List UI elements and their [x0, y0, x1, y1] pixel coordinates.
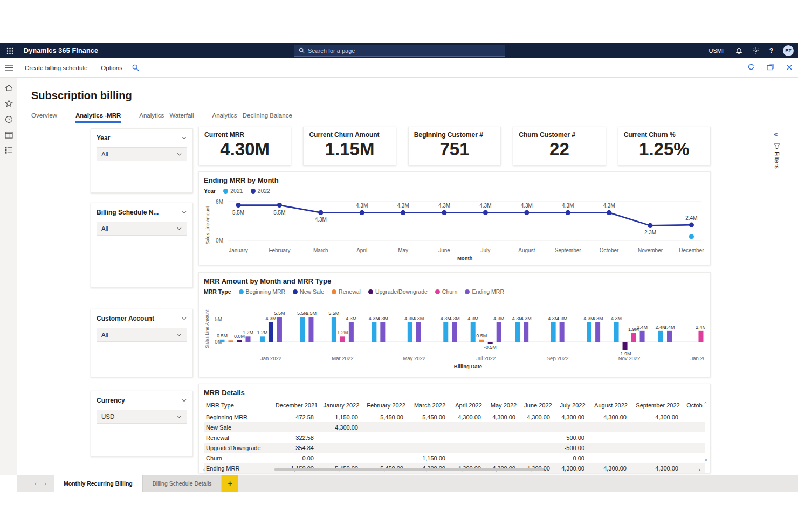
bar-chart-legend: MRR TypeBeginning MRRNew SaleRenewalUpgr… — [204, 288, 705, 295]
sheet-tab-arrows: ‹ › — [17, 475, 54, 492]
svg-text:4.3M: 4.3M — [479, 203, 491, 209]
sheet-tab-monthly-recurring-billing[interactable]: Monthly Recurring Billing — [54, 475, 143, 492]
chevron-down-icon[interactable] — [181, 209, 187, 216]
refresh-icon[interactable] — [747, 63, 755, 73]
table-row[interactable]: Churn0.001,150.000.00 — [204, 453, 705, 463]
legend-item-ending-mrr[interactable]: Ending MRR — [465, 288, 504, 295]
table-col-header[interactable]: April 2022 — [451, 399, 486, 412]
workspaces-icon[interactable] — [5, 132, 13, 139]
global-search-box[interactable]: Search for a page — [294, 45, 505, 57]
create-billing-schedule-button[interactable]: Create billing schedule — [18, 58, 94, 77]
table-row[interactable]: Renewal322.58500.00 — [204, 432, 705, 443]
chevron-down-icon[interactable] — [181, 397, 187, 404]
table-col-header[interactable]: September 2022 — [632, 399, 684, 412]
legend-dot-icon — [223, 189, 228, 194]
line-chart[interactable]: 0M6MSales Line Amount5.5M5.5M4.3M4.3M4.3… — [204, 194, 705, 264]
table-col-header[interactable]: January 2022 — [319, 399, 363, 412]
slicer-dropdown[interactable]: All — [97, 147, 187, 161]
table-scroll-up-icon[interactable]: ⌃ — [703, 402, 707, 407]
top-navigation-bar: Dynamics 365 Finance Search for a page U… — [0, 43, 798, 58]
open-in-new-window-icon[interactable] — [767, 63, 774, 73]
table-col-header[interactable]: March 2022 — [409, 399, 451, 412]
kpi-value: 22 — [519, 139, 600, 160]
waffle-menu-icon[interactable] — [0, 43, 19, 58]
table-col-header[interactable]: MRR Type — [204, 399, 274, 412]
search-icon — [299, 47, 305, 54]
table-col-header[interactable]: July 2022 — [555, 399, 590, 412]
table-scroll-left-icon[interactable]: ‹ — [203, 466, 205, 473]
legend-item-2021[interactable]: 2021 — [223, 188, 243, 194]
sheet-forward-arrow[interactable]: › — [41, 479, 50, 488]
svg-text:4.3M: 4.3M — [413, 316, 424, 321]
sheet-tab-billing-schedule-details[interactable]: Billing Schedule Details — [143, 475, 222, 492]
avatar[interactable]: EZ — [783, 45, 794, 56]
nav-hamburger-icon[interactable] — [0, 65, 18, 71]
svg-text:4.3M: 4.3M — [377, 316, 388, 321]
legend-item-upgrade-downgrade[interactable]: Upgrade/Downgrade — [368, 288, 428, 295]
table-horizontal-scrollbar[interactable] — [274, 468, 544, 471]
kpi-card-row: Current MRR4.30MCurrent Churn Amount1.15… — [198, 127, 711, 165]
legend-item-churn[interactable]: Churn — [435, 288, 458, 295]
slicer-billing-schedule-n: Billing Schedule N...All — [91, 203, 193, 288]
svg-text:Nov 2022: Nov 2022 — [618, 355, 641, 361]
slicer-dropdown[interactable]: USD — [97, 410, 187, 424]
kpi-current-churn[interactable]: Current Churn %1.25% — [618, 127, 711, 165]
legend-item-2022[interactable]: 2022 — [251, 188, 270, 194]
svg-text:6M: 6M — [216, 199, 223, 205]
table-col-header[interactable]: August 2022 — [590, 399, 632, 412]
slicer-currency: CurrencyUSD — [91, 391, 193, 457]
home-icon[interactable] — [5, 84, 13, 92]
kpi-current-churn-amount[interactable]: Current Churn Amount1.15M — [303, 127, 396, 165]
chevron-down-icon[interactable] — [181, 315, 187, 322]
svg-text:April: April — [356, 247, 367, 253]
svg-text:2.4M: 2.4M — [696, 324, 705, 330]
tab-analytics-mrr[interactable]: Analytics -MRR — [75, 112, 121, 123]
app-title[interactable]: Dynamics 365 Finance — [24, 47, 98, 54]
legend-item-renewal[interactable]: Renewal — [332, 288, 361, 295]
kpi-beginning-customer[interactable]: Beginning Customer #751 — [408, 127, 501, 165]
notifications-bell-icon[interactable] — [735, 47, 742, 54]
kpi-churn-customer[interactable]: Churn Customer #22 — [513, 127, 606, 165]
command-search-icon[interactable] — [129, 58, 142, 77]
chevron-down-icon[interactable] — [181, 134, 187, 142]
legend-item-new-sale[interactable]: New Sale — [293, 288, 324, 295]
tab-analytics-waterfall[interactable]: Analytics - Waterfall — [139, 112, 194, 123]
recent-clock-icon[interactable] — [5, 115, 13, 123]
table-row[interactable]: Upgrade/Downgrade354.84-500.00 — [204, 443, 705, 453]
filters-pane-toggle[interactable]: Filters — [774, 143, 780, 169]
kpi-label: Current Churn % — [624, 131, 705, 139]
table-col-header[interactable]: February 2022 — [363, 399, 409, 412]
modules-list-icon[interactable] — [5, 147, 13, 154]
tab-analytics-declining-balance[interactable]: Analytics - Declining Balance — [212, 112, 292, 123]
svg-text:2.4M: 2.4M — [637, 324, 648, 330]
environment-label[interactable]: USMF — [708, 47, 725, 54]
table-col-header[interactable]: December 2021 — [274, 399, 319, 412]
expand-filters-chevrons-icon[interactable]: « — [774, 130, 778, 138]
legend-item-beginning-mrr[interactable]: Beginning MRR — [239, 288, 286, 295]
favorites-star-icon[interactable] — [5, 100, 13, 107]
kpi-current-mrr[interactable]: Current MRR4.30M — [198, 127, 291, 165]
slicer-dropdown[interactable]: All — [97, 222, 187, 236]
table-scroll-down-icon[interactable]: ˅ — [705, 458, 707, 463]
close-icon[interactable] — [786, 63, 793, 73]
bar-chart[interactable]: 0M5MSales Line Amount0.5M0.0M1.2M1.2M4.3… — [204, 295, 705, 375]
svg-text:February: February — [269, 247, 290, 253]
table-row[interactable]: Beginning MRR472.581,150.005,450.005,450… — [204, 412, 705, 422]
settings-gear-icon[interactable] — [752, 47, 760, 54]
table-scroll-right-icon[interactable]: › — [698, 466, 700, 473]
svg-text:Sales Line Amount: Sales Line Amount — [204, 309, 210, 348]
sheet-back-arrow[interactable]: ‹ — [31, 479, 40, 488]
add-sheet-button[interactable]: + — [222, 475, 238, 492]
table-row[interactable]: New Sale4,300.00 — [204, 422, 705, 432]
svg-text:1.2M: 1.2M — [337, 330, 348, 335]
table-col-header[interactable]: Octob — [684, 399, 705, 412]
slicer-title: Currency — [97, 397, 125, 404]
help-icon[interactable]: ? — [769, 47, 773, 54]
svg-text:December: December — [679, 247, 704, 253]
slicer-dropdown[interactable]: All — [97, 328, 187, 342]
table-col-header[interactable]: May 2022 — [486, 399, 521, 412]
mrr-details-table[interactable]: MRR TypeDecember 2021January 2022Februar… — [204, 399, 705, 473]
options-menu-button[interactable]: Options — [94, 58, 129, 77]
table-col-header[interactable]: June 2022 — [521, 399, 555, 412]
tab-overview[interactable]: Overview — [31, 112, 57, 123]
